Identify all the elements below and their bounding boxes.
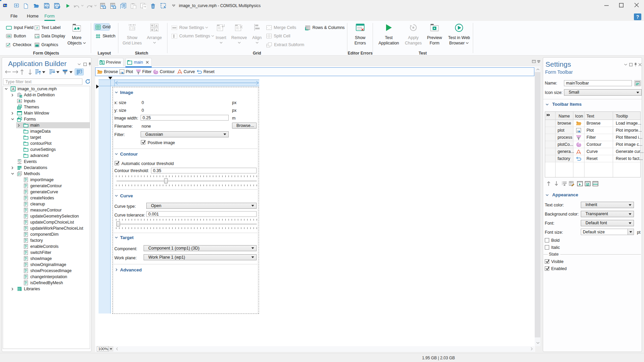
svg-text:T: T — [36, 26, 38, 30]
svg-text:1.23: 1.23 — [130, 27, 135, 30]
svg-text:1.23: 1.23 — [35, 35, 39, 38]
svg-text:OK: OK — [7, 35, 11, 37]
svg-text:A: A — [12, 87, 14, 91]
